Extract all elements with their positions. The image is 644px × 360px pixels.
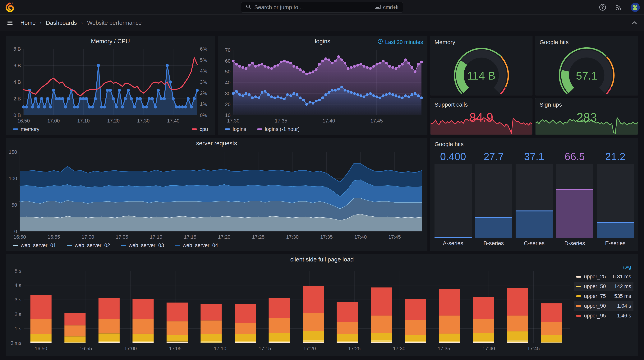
search-input[interactable]: Search or jump to... cmd+k	[241, 2, 403, 13]
legend-row-upper_95[interactable]: upper_951.46 s	[574, 311, 634, 321]
svg-text:2 s: 2 s	[14, 311, 21, 317]
stat-value: 84.9	[430, 110, 532, 124]
bar-gauge-column[interactable]: 0.400A-series	[434, 150, 472, 249]
bar-gauge-label: C-series	[516, 238, 553, 249]
svg-text:16:55: 16:55	[48, 234, 60, 240]
svg-text:2%: 2%	[200, 90, 207, 96]
breadcrumb-home[interactable]: Home	[20, 20, 36, 26]
bar-gauge-label: B-series	[475, 238, 512, 249]
bar-gauge-column[interactable]: 21.2E-series	[597, 150, 634, 249]
legend-item-memory[interactable]: memory	[13, 126, 40, 132]
bar-gauge-column[interactable]: 66.5D-series	[556, 150, 594, 249]
svg-text:30: 30	[225, 91, 230, 96]
panel-title[interactable]: client side full page load	[6, 254, 638, 265]
legend-item-web-server-01[interactable]: web_server_01	[13, 242, 56, 248]
legend-avg-value: 535 ms	[614, 293, 631, 299]
series-swatch	[67, 244, 72, 246]
collapse-chevron-up-icon[interactable]	[630, 19, 638, 28]
bar-gauge-label: D-series	[556, 238, 594, 249]
panel-google-hits-gauge: Google hits 57.1	[535, 36, 638, 96]
stat-value: 283	[535, 110, 638, 124]
svg-text:70: 70	[225, 47, 230, 53]
bar-gauge-value: 0.400	[434, 150, 472, 164]
svg-text:17:40: 17:40	[482, 346, 495, 351]
legend-row-upper_25[interactable]: upper_256.81 ms	[574, 272, 634, 282]
time-range-link[interactable]: Last 20 minutes	[378, 38, 423, 46]
svg-text:17:20: 17:20	[304, 346, 316, 351]
svg-text:17:15: 17:15	[184, 234, 196, 240]
svg-text:5%: 5%	[200, 57, 207, 63]
user-avatar[interactable]	[630, 3, 640, 12]
svg-text:50: 50	[12, 202, 17, 208]
legend-item-cpu[interactable]: cpu	[192, 126, 208, 132]
grafana-logo[interactable]	[5, 2, 15, 12]
svg-text:6 B: 6 B	[14, 63, 21, 68]
legend-avg-header[interactable]: avg	[574, 263, 634, 272]
panel-title[interactable]: server requests	[6, 138, 427, 149]
svg-text:2 B: 2 B	[14, 96, 21, 102]
legend-avg-value: 1.04 s	[617, 303, 631, 309]
svg-text:16:50: 16:50	[14, 234, 26, 240]
svg-text:4%: 4%	[200, 68, 207, 74]
svg-text:17:10: 17:10	[214, 346, 226, 351]
svg-text:17:15: 17:15	[258, 346, 271, 351]
bar-gauge-value: 27.7	[475, 150, 512, 164]
gauge-value: 57.1	[535, 69, 638, 82]
panel-title[interactable]: Google hits	[430, 138, 468, 150]
svg-text:17:00: 17:00	[47, 118, 60, 124]
legend-item-logins[interactable]: logins	[225, 126, 246, 132]
svg-text:4 B: 4 B	[14, 79, 21, 85]
panel-title[interactable]: Google hits	[535, 36, 573, 48]
svg-text:0 B: 0 B	[14, 112, 21, 118]
legend-series-name: upper_25	[584, 274, 610, 280]
svg-text:17:05: 17:05	[116, 234, 128, 240]
legend-row-upper_90[interactable]: upper_901.04 s	[574, 301, 634, 311]
svg-text:0: 0	[14, 228, 17, 234]
keyboard-shortcut: cmd+k	[375, 4, 398, 10]
panel-title[interactable]: Support calls	[430, 98, 472, 111]
svg-text:17:25: 17:25	[252, 234, 264, 240]
panel-support-calls: Support calls 84.9	[430, 98, 532, 135]
svg-text:17:20: 17:20	[107, 118, 120, 124]
svg-text:17:00: 17:00	[82, 234, 94, 240]
google-hits-bargauge[interactable]: 0.400A-series27.7B-series37.1C-series66.…	[434, 150, 634, 249]
clock-icon	[378, 38, 383, 46]
bar-gauge-column[interactable]: 27.7B-series	[475, 150, 512, 249]
panel-server-requests: server requests 05010015016:5016:5517:00…	[6, 138, 428, 251]
series-swatch	[257, 128, 262, 130]
legend-item-web-server-04[interactable]: web_server_04	[175, 242, 218, 248]
bar-gauge-track	[556, 164, 594, 238]
bar-gauge-fill	[597, 222, 634, 238]
news-rss-icon[interactable]	[614, 3, 623, 12]
svg-text:17:05: 17:05	[169, 346, 182, 351]
svg-text:17:45: 17:45	[527, 346, 540, 351]
legend-item-web-server-02[interactable]: web_server_02	[67, 242, 110, 248]
panel-title[interactable]: Memory	[430, 36, 460, 48]
legend-row-upper_75[interactable]: upper_75535 ms	[574, 291, 634, 301]
panel-title[interactable]: Sign ups	[535, 98, 566, 111]
menu-hamburger-icon[interactable]	[6, 18, 14, 27]
legend-series-name: upper_75	[584, 293, 612, 299]
legend-item-web-server-03[interactable]: web_server_03	[121, 242, 164, 248]
svg-text:8 B: 8 B	[14, 46, 21, 52]
logins-chart[interactable]: 1020304050607017:3017:3517:4017:45	[219, 46, 426, 124]
legend-series-name: upper_90	[584, 303, 614, 309]
svg-text:100: 100	[9, 176, 17, 181]
client-page-load-chart[interactable]: 0 ms1 s2 s3 s4 s5 s16:5016:5517:0017:051…	[7, 265, 637, 354]
panel-google-hits-bargauge: Google hits 0.400A-series27.7B-series37.…	[430, 138, 638, 251]
server-requests-chart[interactable]: 05010015016:5016:5517:0017:0517:1017:151…	[7, 148, 426, 240]
svg-text:17:45: 17:45	[370, 118, 383, 124]
legend-series-name: upper_50	[584, 284, 612, 290]
svg-text:60: 60	[225, 58, 230, 64]
bar-gauge-track	[597, 164, 634, 238]
svg-text:17:10: 17:10	[150, 234, 162, 240]
help-icon[interactable]	[598, 3, 607, 12]
legend-item-logins-prev[interactable]: logins (-1 hour)	[257, 126, 300, 132]
legend-row-upper_50[interactable]: upper_50142 ms	[574, 282, 634, 291]
breadcrumb-dashboards[interactable]: Dashboards	[46, 20, 77, 26]
bar-gauge-column[interactable]: 37.1C-series	[516, 150, 553, 249]
panel-title[interactable]: Memory / CPU	[6, 36, 215, 47]
panel-logins: logins Last 20 minutes 1020304050607017:…	[218, 36, 428, 135]
memory-cpu-chart[interactable]: 0 B2 B4 B6 B8 B0%1%2%3%4%5%6%16:5017:001…	[7, 46, 214, 124]
svg-text:17:30: 17:30	[286, 234, 298, 240]
